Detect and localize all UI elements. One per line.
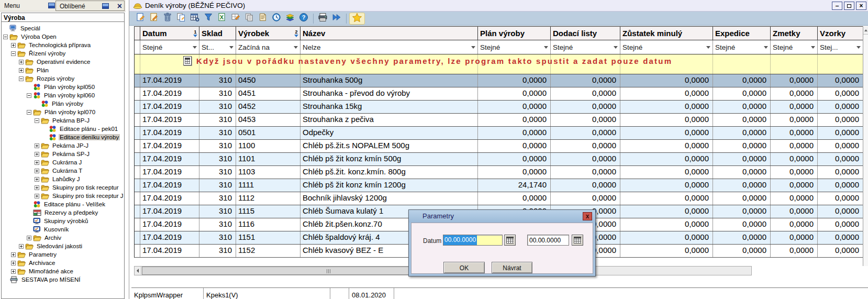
toolbar-layers-button[interactable] [283, 13, 297, 25]
filter-sklad[interactable]: St... [199, 40, 236, 54]
expand-plus-icon[interactable] [35, 143, 39, 148]
table-row[interactable]: 17.04.20193101103Chléb pš.žit. konz.kmín… [135, 166, 863, 179]
column-header-expedice[interactable]: Expedice [713, 27, 771, 40]
expand-plus-icon[interactable] [35, 177, 39, 182]
filter-expedice[interactable]: Stejné [713, 40, 771, 54]
expand-plus-icon[interactable] [19, 60, 24, 64]
expand-plus-icon[interactable] [35, 185, 39, 190]
column-header-z-statek-minul[interactable]: Zůstatek minulý [620, 27, 713, 40]
column-header-sklad[interactable]: Sklad [199, 27, 236, 40]
filter-v-robek[interactable]: Začíná na [236, 40, 301, 54]
tree-item-archiv[interactable]: Archiv [2, 234, 124, 242]
collapse-minus-icon[interactable] [19, 76, 24, 81]
date-from-picker-icon[interactable] [504, 235, 516, 246]
chevron-down-icon[interactable] [544, 46, 548, 49]
tree-item-archivace[interactable]: Archivace [2, 259, 124, 267]
close-button-icon[interactable]: × [856, 2, 866, 10]
table-row[interactable]: 17.04.20193100450Strouhanka 500g0,00000,… [135, 74, 863, 87]
toolbar-print-button[interactable] [316, 13, 330, 25]
chevron-down-icon[interactable] [811, 46, 815, 49]
column-header-datum[interactable]: Datum1 [140, 27, 199, 40]
column-header-vzorky[interactable]: Vzorky [818, 27, 863, 40]
scroll-left-icon[interactable] [135, 267, 141, 275]
tree-item-sestava-pro-m-sen[interactable]: SESTAVA pro MÍSENÍ [2, 275, 124, 284]
tree-item-speci-l[interactable]: Speciál [2, 24, 124, 32]
tree-item-editace-pl-nu-pek01[interactable]: Editace plánu - pek01 [2, 125, 124, 133]
expand-plus-icon[interactable] [27, 236, 31, 240]
hint-cell[interactable] [771, 54, 818, 74]
table-row[interactable]: 17.04.20193101100Chléb pš.žit.s NOPALEM … [135, 140, 863, 153]
expand-plus-icon[interactable] [11, 261, 16, 265]
tree-item-pek-rna-bp-j[interactable]: Pekárna BP-J [2, 116, 124, 125]
column-header-zmetky[interactable]: Zmetky [771, 27, 818, 40]
toolbar-print-preview-button[interactable] [242, 13, 256, 25]
tree-item-pl-n[interactable]: Plán [2, 66, 124, 74]
tree-item-skupiny-v-robk[interactable]: Skupiny výrobků [2, 217, 124, 225]
tree-item-pek-rna-jp-j[interactable]: Pekárna JP-J [2, 141, 124, 150]
chevron-down-icon[interactable] [706, 46, 710, 49]
chevron-down-icon[interactable] [229, 46, 233, 49]
tree-item-pek-rna-sp-j[interactable]: Pekárna SP-J [2, 150, 124, 158]
chevron-down-icon[interactable] [294, 46, 298, 49]
chevron-down-icon[interactable] [856, 46, 861, 49]
tree-item-pl-n-v-roby[interactable]: Plán výroby [2, 99, 124, 108]
table-row[interactable]: 17.04.20193101111Chléb pš žit konz kmín … [135, 179, 863, 192]
tree-item-cukr-rna-j[interactable]: Cukrárna J [2, 158, 124, 167]
filter-datum[interactable]: Stejné [140, 40, 199, 54]
date-to-field[interactable]: 00.00.0000 [527, 235, 569, 246]
filter-pl-n-v-roby[interactable]: Stejné [478, 40, 551, 54]
filter-z-statek-minul[interactable]: Stejné [620, 40, 713, 54]
toolbar-filter-button[interactable] [202, 13, 215, 25]
collapse-minus-icon[interactable] [35, 118, 39, 123]
vertical-scrollbar[interactable] [863, 26, 868, 266]
collapse-minus-icon[interactable] [27, 93, 31, 98]
expand-plus-icon[interactable] [35, 152, 39, 157]
expand-plus-icon[interactable] [11, 43, 16, 48]
tree-item-pl-n-v-roby-kpl050[interactable]: Plán výroby kpl050 [2, 83, 124, 91]
collapse-minus-icon[interactable] [3, 35, 8, 39]
chevron-down-icon[interactable] [471, 46, 475, 49]
dialog-titlebar[interactable]: Parametry x [409, 210, 595, 223]
toolbar-forward-button[interactable] [330, 13, 343, 25]
toolbar-help-button[interactable]: ? [297, 13, 310, 25]
expand-plus-icon[interactable] [19, 68, 24, 73]
date-from-field[interactable]: 00.00.0000 [443, 235, 503, 246]
column-header-n-zev[interactable]: Název [301, 27, 478, 40]
favorites-panel-header[interactable]: Oblíbené × [55, 1, 125, 11]
tree-item-cukr-rna-t[interactable]: Cukrárna T [2, 167, 124, 175]
tree-item-rozpis-v-roby[interactable]: Rozpis výroby [2, 74, 124, 83]
chevron-down-icon[interactable] [614, 46, 618, 49]
tree-item-zen-v-roby[interactable]: Řízení výroby [2, 49, 124, 58]
toolbar-table-settings-button[interactable] [188, 13, 202, 25]
tree-item-kusovn-k[interactable]: Kusovník [2, 225, 124, 234]
hint-cell[interactable] [135, 54, 140, 74]
table-row[interactable]: 17.04.20193101112Bochník jihlavský 1200g… [135, 192, 863, 205]
calendar-grid-icon[interactable] [183, 56, 192, 65]
date-to-picker-icon[interactable] [572, 235, 583, 246]
table-row[interactable]: 17.04.20193101101Chléb pš žit konz kmín … [135, 153, 863, 166]
table-row[interactable]: 17.04.20193100453Strouhanka z pečiva0,00… [135, 114, 863, 127]
chevron-down-icon[interactable] [193, 46, 197, 49]
chevron-down-icon[interactable] [764, 46, 768, 49]
tree-item-pl-n-v-roby-kpl060[interactable]: Plán výroby kpl060 [2, 91, 124, 99]
dialog-close-icon[interactable]: x [583, 212, 592, 220]
toolbar-favorite-star-button[interactable] [349, 13, 365, 25]
window-titlebar[interactable]: Deník výroby (BĚŽNÉ PEČIVO) – × [129, 0, 868, 12]
expand-plus-icon[interactable] [19, 244, 24, 249]
toolbar-delete-record-button[interactable] [161, 13, 174, 25]
expand-plus-icon[interactable] [35, 160, 39, 165]
column-header-v-robek[interactable]: Výrobek2 [236, 27, 301, 40]
tree-item-rezervy-a-p-edpeky[interactable]: Rezervy a předpeky [2, 208, 124, 217]
minimize-button-icon[interactable]: – [832, 2, 842, 10]
toolbar-new-record-button[interactable] [133, 13, 147, 25]
tree-item-lah-dky-j[interactable]: Lahůdky J [2, 175, 124, 183]
maximize-button-icon[interactable] [844, 2, 854, 10]
tree-item-skupiny-pro-tisk-receptur-j[interactable]: Skupiny pro tisk receptur J [2, 192, 124, 200]
filter-vzorky[interactable]: Stej... [818, 40, 863, 54]
tree-item-mimo-dn-akce[interactable]: Mimořádné akce [2, 267, 124, 275]
tree-item-sledov-n-jakosti[interactable]: Sledování jakosti [2, 242, 124, 250]
table-row[interactable]: 17.04.20193100451Strouhanka - převod do … [135, 87, 863, 101]
favorites-close-icon[interactable]: × [117, 1, 122, 11]
tree-item-technologick-p-prava[interactable]: Technologická příprava [2, 41, 124, 49]
favorites-minimize-icon[interactable] [102, 3, 109, 9]
